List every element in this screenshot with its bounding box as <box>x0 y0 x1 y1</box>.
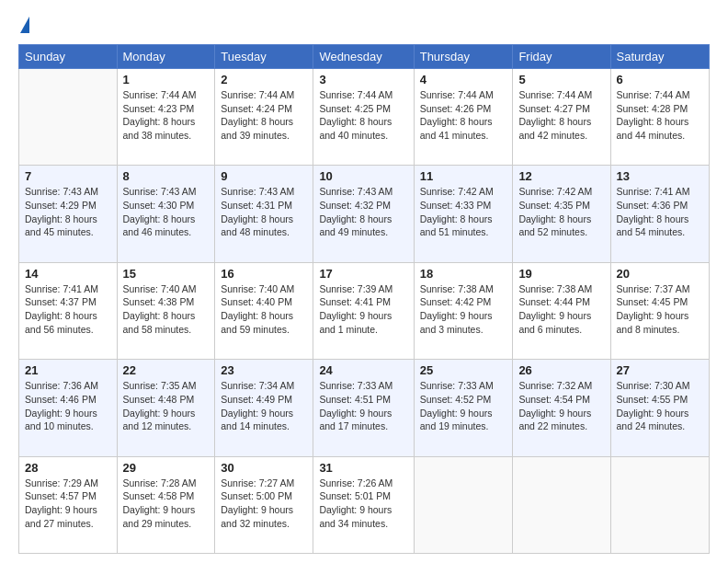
calendar-cell: 21Sunrise: 7:36 AMSunset: 4:46 PMDayligh… <box>19 360 118 456</box>
header-cell-tuesday: Tuesday <box>215 45 313 69</box>
calendar-cell: 7Sunrise: 7:43 AMSunset: 4:29 PMDaylight… <box>19 166 118 262</box>
day-number: 6 <box>617 73 704 86</box>
header-cell-saturday: Saturday <box>610 45 710 69</box>
day-info: Sunrise: 7:26 AMSunset: 5:01 PMDaylight:… <box>319 477 407 531</box>
day-info: Sunrise: 7:30 AMSunset: 4:55 PMDaylight:… <box>617 379 704 433</box>
calendar-cell <box>513 456 610 553</box>
day-info: Sunrise: 7:34 AMSunset: 4:49 PMDaylight:… <box>221 379 307 433</box>
calendar-cell: 13Sunrise: 7:41 AMSunset: 4:36 PMDayligh… <box>610 166 710 262</box>
logo-triangle-icon <box>20 17 29 33</box>
calendar-cell: 22Sunrise: 7:35 AMSunset: 4:48 PMDayligh… <box>117 360 215 456</box>
day-number: 15 <box>123 267 210 281</box>
day-number: 12 <box>518 169 604 183</box>
day-number: 20 <box>617 267 704 281</box>
day-number: 28 <box>25 461 111 475</box>
day-number: 19 <box>518 267 604 281</box>
day-info: Sunrise: 7:41 AMSunset: 4:36 PMDaylight:… <box>617 185 704 239</box>
day-number: 26 <box>518 363 604 377</box>
calendar-cell: 8Sunrise: 7:43 AMSunset: 4:30 PMDaylight… <box>117 166 215 262</box>
calendar-cell: 2Sunrise: 7:44 AMSunset: 4:24 PMDaylight… <box>215 69 313 166</box>
day-info: Sunrise: 7:36 AMSunset: 4:46 PMDaylight:… <box>25 379 111 433</box>
calendar-cell: 14Sunrise: 7:41 AMSunset: 4:37 PMDayligh… <box>19 262 118 359</box>
day-info: Sunrise: 7:44 AMSunset: 4:28 PMDaylight:… <box>617 88 704 143</box>
header-cell-friday: Friday <box>513 45 610 69</box>
day-number: 23 <box>221 363 307 377</box>
day-info: Sunrise: 7:37 AMSunset: 4:45 PMDaylight:… <box>617 282 704 337</box>
day-number: 24 <box>319 363 407 377</box>
day-number: 10 <box>319 169 407 183</box>
calendar-table: SundayMondayTuesdayWednesdayThursdayFrid… <box>18 44 710 554</box>
header-cell-monday: Monday <box>117 45 215 69</box>
day-info: Sunrise: 7:44 AMSunset: 4:27 PMDaylight:… <box>518 88 604 143</box>
day-info: Sunrise: 7:35 AMSunset: 4:48 PMDaylight:… <box>123 379 210 433</box>
calendar-cell: 30Sunrise: 7:27 AMSunset: 5:00 PMDayligh… <box>215 456 313 553</box>
day-number: 7 <box>25 169 111 183</box>
day-info: Sunrise: 7:39 AMSunset: 4:41 PMDaylight:… <box>319 282 407 337</box>
week-row-3: 14Sunrise: 7:41 AMSunset: 4:37 PMDayligh… <box>19 262 710 359</box>
day-info: Sunrise: 7:33 AMSunset: 4:52 PMDaylight:… <box>420 379 507 433</box>
calendar-cell: 10Sunrise: 7:43 AMSunset: 4:32 PMDayligh… <box>313 166 414 262</box>
calendar-cell: 20Sunrise: 7:37 AMSunset: 4:45 PMDayligh… <box>610 262 710 359</box>
day-number: 29 <box>123 461 210 475</box>
calendar-cell: 4Sunrise: 7:44 AMSunset: 4:26 PMDaylight… <box>414 69 513 166</box>
day-info: Sunrise: 7:29 AMSunset: 4:57 PMDaylight:… <box>25 477 111 531</box>
calendar-cell: 27Sunrise: 7:30 AMSunset: 4:55 PMDayligh… <box>610 360 710 456</box>
day-info: Sunrise: 7:44 AMSunset: 4:26 PMDaylight:… <box>420 88 507 143</box>
calendar-cell: 31Sunrise: 7:26 AMSunset: 5:01 PMDayligh… <box>313 456 414 553</box>
day-info: Sunrise: 7:40 AMSunset: 4:38 PMDaylight:… <box>123 282 210 337</box>
calendar-cell: 18Sunrise: 7:38 AMSunset: 4:42 PMDayligh… <box>414 262 513 359</box>
day-info: Sunrise: 7:42 AMSunset: 4:33 PMDaylight:… <box>420 185 507 239</box>
calendar-cell: 16Sunrise: 7:40 AMSunset: 4:40 PMDayligh… <box>215 262 313 359</box>
calendar-cell: 11Sunrise: 7:42 AMSunset: 4:33 PMDayligh… <box>414 166 513 262</box>
day-number: 22 <box>123 363 210 377</box>
week-row-2: 7Sunrise: 7:43 AMSunset: 4:29 PMDaylight… <box>19 166 710 262</box>
day-number: 11 <box>420 169 507 183</box>
calendar-cell: 9Sunrise: 7:43 AMSunset: 4:31 PMDaylight… <box>215 166 313 262</box>
day-number: 1 <box>123 73 210 86</box>
day-info: Sunrise: 7:44 AMSunset: 4:23 PMDaylight:… <box>123 88 210 143</box>
header-cell-thursday: Thursday <box>414 45 513 69</box>
day-info: Sunrise: 7:43 AMSunset: 4:31 PMDaylight:… <box>221 185 307 239</box>
calendar-cell: 28Sunrise: 7:29 AMSunset: 4:57 PMDayligh… <box>19 456 118 553</box>
calendar-cell: 19Sunrise: 7:38 AMSunset: 4:44 PMDayligh… <box>513 262 610 359</box>
header-row: SundayMondayTuesdayWednesdayThursdayFrid… <box>19 45 710 69</box>
calendar-cell <box>610 456 710 553</box>
day-number: 2 <box>221 73 307 86</box>
day-number: 13 <box>617 169 704 183</box>
day-number: 17 <box>319 267 407 281</box>
calendar-cell: 26Sunrise: 7:32 AMSunset: 4:54 PMDayligh… <box>513 360 610 456</box>
calendar-cell: 12Sunrise: 7:42 AMSunset: 4:35 PMDayligh… <box>513 166 610 262</box>
calendar-cell: 29Sunrise: 7:28 AMSunset: 4:58 PMDayligh… <box>117 456 215 553</box>
day-number: 8 <box>123 169 210 183</box>
day-info: Sunrise: 7:44 AMSunset: 4:25 PMDaylight:… <box>319 88 407 143</box>
calendar-cell: 6Sunrise: 7:44 AMSunset: 4:28 PMDaylight… <box>610 69 710 166</box>
header-cell-sunday: Sunday <box>19 45 118 69</box>
week-row-4: 21Sunrise: 7:36 AMSunset: 4:46 PMDayligh… <box>19 360 710 456</box>
day-number: 16 <box>221 267 307 281</box>
calendar-cell <box>19 69 118 166</box>
calendar-cell <box>414 456 513 553</box>
page: SundayMondayTuesdayWednesdayThursdayFrid… <box>0 0 728 563</box>
week-row-5: 28Sunrise: 7:29 AMSunset: 4:57 PMDayligh… <box>19 456 710 553</box>
calendar-cell: 17Sunrise: 7:39 AMSunset: 4:41 PMDayligh… <box>313 262 414 359</box>
day-number: 3 <box>319 73 407 86</box>
day-info: Sunrise: 7:42 AMSunset: 4:35 PMDaylight:… <box>518 185 604 239</box>
day-info: Sunrise: 7:43 AMSunset: 4:29 PMDaylight:… <box>25 185 111 239</box>
day-info: Sunrise: 7:41 AMSunset: 4:37 PMDaylight:… <box>25 282 111 337</box>
day-info: Sunrise: 7:27 AMSunset: 5:00 PMDaylight:… <box>221 477 307 531</box>
day-number: 27 <box>617 363 704 377</box>
day-info: Sunrise: 7:43 AMSunset: 4:32 PMDaylight:… <box>319 185 407 239</box>
calendar-cell: 15Sunrise: 7:40 AMSunset: 4:38 PMDayligh… <box>117 262 215 359</box>
day-info: Sunrise: 7:43 AMSunset: 4:30 PMDaylight:… <box>123 185 210 239</box>
day-number: 30 <box>221 461 307 475</box>
day-info: Sunrise: 7:40 AMSunset: 4:40 PMDaylight:… <box>221 282 307 337</box>
day-number: 5 <box>518 73 604 86</box>
day-info: Sunrise: 7:33 AMSunset: 4:51 PMDaylight:… <box>319 379 407 433</box>
header <box>18 17 710 35</box>
day-number: 21 <box>25 363 111 377</box>
calendar-cell: 25Sunrise: 7:33 AMSunset: 4:52 PMDayligh… <box>414 360 513 456</box>
day-number: 14 <box>25 267 111 281</box>
day-info: Sunrise: 7:28 AMSunset: 4:58 PMDaylight:… <box>123 477 210 531</box>
calendar-cell: 5Sunrise: 7:44 AMSunset: 4:27 PMDaylight… <box>513 69 610 166</box>
day-number: 18 <box>420 267 507 281</box>
